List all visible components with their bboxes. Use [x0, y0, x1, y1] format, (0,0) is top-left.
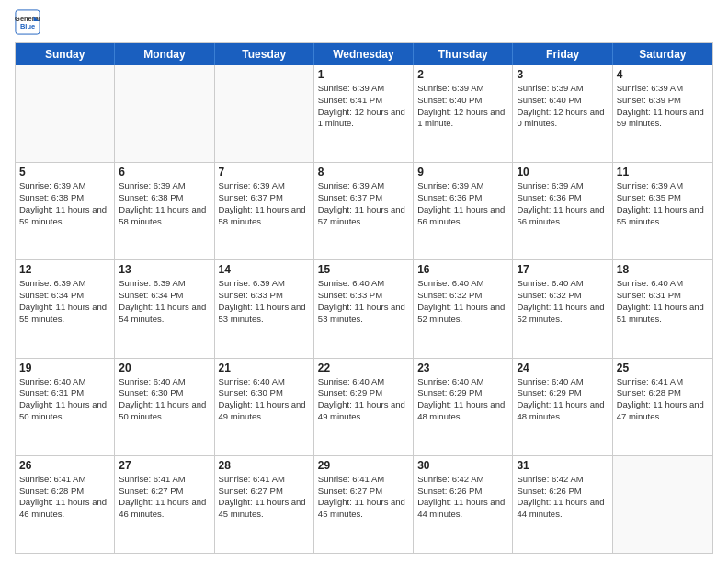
daylight-line: Daylight: 11 hours and 50 minutes.: [119, 399, 210, 423]
sunset-line: Sunset: 6:31 PM: [19, 387, 110, 399]
calendar-cell: [115, 65, 214, 162]
sunset-line: Sunset: 6:27 PM: [318, 486, 409, 498]
sunset-line: Sunset: 6:28 PM: [19, 486, 110, 498]
day-number: 23: [417, 362, 508, 374]
sunset-line: Sunset: 6:39 PM: [617, 95, 709, 107]
logo: General Blue: [15, 9, 44, 35]
calendar-header-day: Monday: [115, 43, 214, 65]
sunrise-line: Sunrise: 6:40 AM: [417, 376, 508, 388]
calendar-row: 1Sunrise: 6:39 AMSunset: 6:41 PMDaylight…: [16, 65, 712, 163]
sunset-line: Sunset: 6:30 PM: [119, 387, 210, 399]
calendar-row: 12Sunrise: 6:39 AMSunset: 6:34 PMDayligh…: [16, 260, 712, 358]
calendar-cell: [16, 65, 115, 162]
sunrise-line: Sunrise: 6:40 AM: [318, 278, 409, 290]
sunset-line: Sunset: 6:29 PM: [318, 387, 409, 399]
day-number: 27: [119, 459, 210, 472]
day-number: 16: [417, 263, 508, 276]
calendar-cell: 13Sunrise: 6:39 AMSunset: 6:34 PMDayligh…: [115, 260, 214, 357]
sunrise-line: Sunrise: 6:39 AM: [19, 278, 110, 290]
sunrise-line: Sunrise: 6:39 AM: [417, 83, 508, 95]
sunrise-line: Sunrise: 6:40 AM: [119, 376, 210, 388]
sunrise-line: Sunrise: 6:39 AM: [617, 83, 709, 95]
calendar-header-day: Thursday: [414, 43, 513, 65]
day-number: 5: [19, 166, 110, 178]
calendar-cell: 12Sunrise: 6:39 AMSunset: 6:34 PMDayligh…: [16, 260, 115, 357]
sunset-line: Sunset: 6:40 PM: [517, 95, 608, 107]
sunset-line: Sunset: 6:27 PM: [119, 486, 210, 498]
day-number: 20: [119, 362, 210, 374]
day-number: 25: [617, 362, 709, 374]
calendar-cell: 11Sunrise: 6:39 AMSunset: 6:35 PMDayligh…: [613, 163, 712, 259]
day-number: 26: [19, 459, 110, 472]
calendar-cell: 10Sunrise: 6:39 AMSunset: 6:36 PMDayligh…: [513, 163, 612, 259]
daylight-line: Daylight: 11 hours and 53 minutes.: [318, 302, 409, 326]
daylight-line: Daylight: 11 hours and 44 minutes.: [417, 497, 508, 521]
daylight-line: Daylight: 11 hours and 46 minutes.: [19, 497, 110, 521]
calendar-cell: 20Sunrise: 6:40 AMSunset: 6:30 PMDayligh…: [115, 359, 214, 455]
daylight-line: Daylight: 11 hours and 54 minutes.: [119, 302, 210, 326]
calendar-header-day: Saturday: [613, 43, 712, 65]
daylight-line: Daylight: 11 hours and 58 minutes.: [219, 204, 310, 228]
sunrise-line: Sunrise: 6:40 AM: [517, 278, 608, 290]
sunset-line: Sunset: 6:37 PM: [219, 192, 310, 204]
svg-text:Blue: Blue: [20, 22, 35, 30]
sunrise-line: Sunrise: 6:39 AM: [119, 180, 210, 192]
day-number: 4: [617, 68, 709, 81]
day-number: 12: [19, 263, 110, 276]
logo-icon: General Blue: [15, 9, 40, 35]
sunrise-line: Sunrise: 6:39 AM: [417, 180, 508, 192]
calendar-header-day: Tuesday: [215, 43, 314, 65]
daylight-line: Daylight: 11 hours and 56 minutes.: [517, 204, 608, 228]
daylight-line: Daylight: 11 hours and 55 minutes.: [19, 302, 110, 326]
sunset-line: Sunset: 6:28 PM: [617, 387, 709, 399]
calendar-header-day: Sunday: [16, 43, 115, 65]
sunrise-line: Sunrise: 6:40 AM: [617, 278, 709, 290]
daylight-line: Daylight: 11 hours and 52 minutes.: [417, 302, 508, 326]
daylight-line: Daylight: 11 hours and 58 minutes.: [119, 204, 210, 228]
calendar-cell: 25Sunrise: 6:41 AMSunset: 6:28 PMDayligh…: [613, 359, 712, 455]
sunset-line: Sunset: 6:29 PM: [417, 387, 508, 399]
sunrise-line: Sunrise: 6:42 AM: [517, 474, 608, 486]
header: General Blue: [15, 9, 713, 35]
calendar-cell: 27Sunrise: 6:41 AMSunset: 6:27 PMDayligh…: [115, 456, 214, 553]
calendar-cell: 2Sunrise: 6:39 AMSunset: 6:40 PMDaylight…: [414, 65, 513, 162]
calendar-cell: 4Sunrise: 6:39 AMSunset: 6:39 PMDaylight…: [613, 65, 712, 162]
sunset-line: Sunset: 6:37 PM: [318, 192, 409, 204]
day-number: 28: [219, 459, 310, 472]
sunrise-line: Sunrise: 6:40 AM: [417, 278, 508, 290]
sunset-line: Sunset: 6:27 PM: [219, 486, 310, 498]
daylight-line: Daylight: 11 hours and 50 minutes.: [19, 399, 110, 423]
sunset-line: Sunset: 6:41 PM: [318, 95, 409, 107]
sunset-line: Sunset: 6:36 PM: [517, 192, 608, 204]
sunset-line: Sunset: 6:26 PM: [417, 486, 508, 498]
sunrise-line: Sunrise: 6:40 AM: [318, 376, 409, 388]
sunset-line: Sunset: 6:32 PM: [517, 290, 608, 302]
daylight-line: Daylight: 11 hours and 49 minutes.: [219, 399, 310, 423]
daylight-line: Daylight: 11 hours and 56 minutes.: [417, 204, 508, 228]
day-number: 6: [119, 166, 210, 178]
daylight-line: Daylight: 11 hours and 52 minutes.: [517, 302, 608, 326]
sunset-line: Sunset: 6:40 PM: [417, 95, 508, 107]
calendar-cell: 26Sunrise: 6:41 AMSunset: 6:28 PMDayligh…: [16, 456, 115, 553]
sunset-line: Sunset: 6:33 PM: [219, 290, 310, 302]
sunset-line: Sunset: 6:26 PM: [517, 486, 608, 498]
calendar-cell: 24Sunrise: 6:40 AMSunset: 6:29 PMDayligh…: [513, 359, 612, 455]
calendar-cell: 23Sunrise: 6:40 AMSunset: 6:29 PMDayligh…: [414, 359, 513, 455]
day-number: 11: [617, 166, 709, 178]
sunset-line: Sunset: 6:36 PM: [417, 192, 508, 204]
sunset-line: Sunset: 6:35 PM: [617, 192, 709, 204]
sunrise-line: Sunrise: 6:39 AM: [119, 278, 210, 290]
day-number: 29: [318, 459, 409, 472]
calendar-cell: 22Sunrise: 6:40 AMSunset: 6:29 PMDayligh…: [314, 359, 414, 455]
sunset-line: Sunset: 6:38 PM: [19, 192, 110, 204]
daylight-line: Daylight: 11 hours and 45 minutes.: [318, 497, 409, 521]
calendar-cell: 6Sunrise: 6:39 AMSunset: 6:38 PMDaylight…: [115, 163, 214, 259]
calendar-cell: 30Sunrise: 6:42 AMSunset: 6:26 PMDayligh…: [414, 456, 513, 553]
calendar-cell: 7Sunrise: 6:39 AMSunset: 6:37 PMDaylight…: [215, 163, 314, 259]
daylight-line: Daylight: 11 hours and 47 minutes.: [617, 399, 709, 423]
calendar-header-day: Wednesday: [314, 43, 414, 65]
daylight-line: Daylight: 12 hours and 0 minutes.: [517, 107, 608, 131]
calendar-cell: 28Sunrise: 6:41 AMSunset: 6:27 PMDayligh…: [215, 456, 314, 553]
day-number: 22: [318, 362, 409, 374]
sunrise-line: Sunrise: 6:39 AM: [617, 180, 709, 192]
